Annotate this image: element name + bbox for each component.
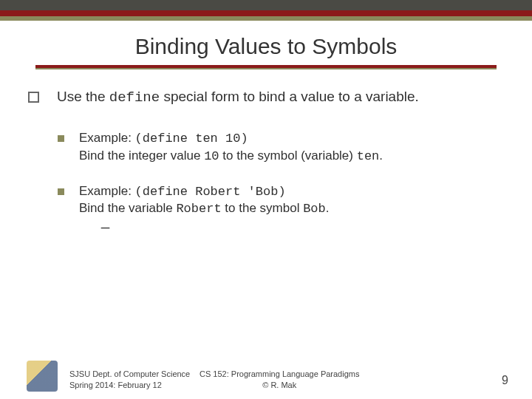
ex1-desc-pre: Bind the integer value (79, 149, 204, 163)
example-1: Example: (define ten 10) Bind the intege… (58, 130, 504, 166)
ex1-desc-code2: ten (357, 149, 380, 163)
ex1-desc-mid: to the symbol (variable) (219, 149, 357, 163)
footer-left-line1: SJSU Dept. of Computer Science (69, 369, 190, 378)
bullet-solid-icon (58, 188, 64, 195)
ex2-desc-post: . (326, 201, 330, 215)
footer-left: SJSU Dept. of Computer Science Spring 20… (69, 369, 190, 390)
example-2: Example: (define Robert 'Bob) Bind the v… (58, 183, 504, 231)
main-text-code: define (109, 89, 160, 106)
main-text-pre: Use the (57, 89, 109, 104)
ex1-label: Example: (79, 131, 135, 145)
bullet-solid-icon (58, 135, 64, 142)
title-underline (35, 65, 497, 68)
ex2-desc-pre: Bind the variable (79, 201, 176, 215)
ex2-label: Example: (79, 184, 135, 198)
main-bullet: Use the define special form to bind a va… (28, 87, 504, 108)
bullet-open-icon (28, 92, 39, 103)
ex1-code: (define ten 10) (135, 132, 248, 146)
sjsu-logo (27, 361, 58, 392)
footer-center: CS 152: Programming Language Paradigms ©… (200, 369, 359, 390)
footer-left-line2: Spring 2014: February 12 (69, 381, 162, 389)
slide: Binding Values to Symbols Use the define… (0, 0, 532, 399)
sub-bullets: Example: (define ten 10) Bind the intege… (58, 130, 504, 231)
slide-content: Use the define special form to bind a va… (28, 87, 504, 248)
footer-center-line1: CS 152: Programming Language Paradigms (200, 369, 359, 378)
slide-title: Binding Values to Symbols (0, 34, 532, 59)
main-text-post: special form to bind a value to a variab… (160, 89, 419, 104)
ex1-desc-post: . (379, 149, 383, 163)
page-number: 9 (502, 374, 508, 387)
top-border (0, 0, 532, 21)
ex1-desc-code1: 10 (204, 149, 219, 163)
ex2-desc-code2: Bob (303, 202, 326, 216)
footer-center-line2: © R. Mak (262, 381, 296, 389)
ex2-desc-code1: Robert (176, 202, 221, 216)
ex2-desc-mid: to the symbol (222, 201, 304, 215)
ex2-code: (define Robert 'Bob) (135, 185, 286, 199)
